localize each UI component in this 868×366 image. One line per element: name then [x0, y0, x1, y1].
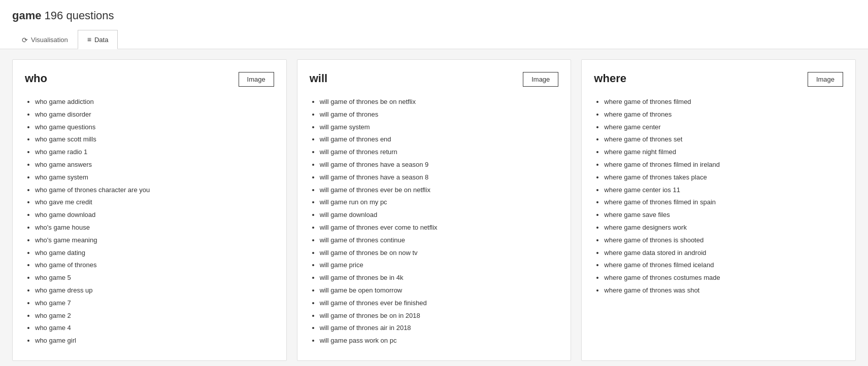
list-item: who's game meaning	[35, 235, 274, 246]
list-item: will game pass work on pc	[320, 336, 559, 346]
tab-data-label: Data	[94, 36, 108, 44]
list-item: who game radio 1	[35, 147, 274, 158]
page-title: game 196 questions	[12, 9, 856, 29]
list-item: where game of thrones costumes made	[604, 273, 843, 283]
list-item: where game night filmed	[604, 147, 843, 158]
list-item: will game of thrones be in 4k	[320, 273, 559, 283]
list-item: who game disorder	[35, 109, 274, 120]
list-item: who game 5	[35, 273, 274, 283]
list-item: who game 2	[35, 311, 274, 321]
list-item: who game dress up	[35, 285, 274, 296]
tab-visualisation[interactable]: ⟳ Visualisation	[12, 30, 78, 49]
card-title-who: who	[25, 72, 47, 85]
list-item: who game girl	[35, 336, 274, 346]
list-item: will game of thrones have a season 9	[320, 160, 559, 170]
list-item: will game of thrones be on netflix	[320, 97, 559, 107]
tab-bar: ⟳ Visualisation ≡ Data	[12, 29, 856, 49]
visualisation-icon: ⟳	[22, 36, 28, 44]
list-item: will game of thrones ever come to netfli…	[320, 223, 559, 233]
card-will: willImagewill game of thrones be on netf…	[297, 59, 572, 361]
list-item: where game of thrones set	[604, 134, 843, 145]
list-item: who game answers	[35, 160, 274, 170]
list-item: will game price	[320, 260, 559, 271]
list-item: who game system	[35, 172, 274, 183]
list-item: where game of thrones filmed in spain	[604, 197, 843, 208]
list-item: will game system	[320, 122, 559, 133]
list-item: will game of thrones end	[320, 134, 559, 145]
card-list-will: will game of thrones be on netflixwill g…	[310, 97, 559, 346]
card-where: whereImagewhere game of thrones filmedwh…	[581, 59, 856, 361]
card-who: whoImagewho game addictionwho game disor…	[12, 59, 287, 361]
card-title-will: will	[310, 72, 327, 85]
list-item: where game save files	[604, 210, 843, 221]
card-header-where: whereImage	[594, 72, 843, 87]
list-item: will game of thrones air in 2018	[320, 323, 559, 334]
list-item: where game of thrones was shot	[604, 285, 843, 296]
card-list-where: where game of thrones filmedwhere game o…	[594, 97, 843, 296]
data-icon: ≡	[87, 35, 91, 44]
list-item: who game addiction	[35, 97, 274, 107]
list-item: where game of thrones	[604, 109, 843, 120]
card-list-who: who game addictionwho game disorderwho g…	[25, 97, 274, 346]
image-button-who[interactable]: Image	[239, 72, 274, 87]
image-button-will[interactable]: Image	[523, 72, 558, 87]
list-item: who game 7	[35, 298, 274, 309]
list-item: where game data stored in android	[604, 248, 843, 259]
list-item: will game of thrones be on now tv	[320, 248, 559, 259]
list-item: will game of thrones ever be finished	[320, 298, 559, 309]
list-item: where game of thrones filmed	[604, 97, 843, 107]
list-item: who's game house	[35, 223, 274, 233]
page-title-bold: game	[12, 9, 41, 22]
list-item: will game of thrones continue	[320, 235, 559, 246]
list-item: will game of thrones	[320, 109, 559, 120]
card-title-where: where	[594, 72, 626, 85]
list-item: will game of thrones ever be on netflix	[320, 185, 559, 196]
list-item: where game center ios 11	[604, 185, 843, 196]
header: game 196 questions ⟳ Visualisation ≡ Dat…	[0, 0, 868, 49]
main-content: whoImagewho game addictionwho game disor…	[0, 49, 868, 366]
page-title-rest: 196 questions	[41, 9, 114, 22]
list-item: who game scott mills	[35, 134, 274, 145]
list-item: who game questions	[35, 122, 274, 133]
list-item: who game of thrones	[35, 260, 274, 271]
list-item: will game of thrones have a season 8	[320, 172, 559, 183]
list-item: who game of thrones character are you	[35, 185, 274, 196]
list-item: where game of thrones is shooted	[604, 235, 843, 246]
list-item: where game of thrones takes place	[604, 172, 843, 183]
list-item: where game of thrones filmed in ireland	[604, 160, 843, 170]
card-header-will: willImage	[310, 72, 559, 87]
tab-data[interactable]: ≡ Data	[78, 30, 118, 49]
image-button-where[interactable]: Image	[808, 72, 843, 87]
list-item: who game download	[35, 210, 274, 221]
list-item: where game center	[604, 122, 843, 133]
list-item: will game download	[320, 210, 559, 221]
tab-visualisation-label: Visualisation	[31, 36, 68, 44]
list-item: will game of thrones return	[320, 147, 559, 158]
card-header-who: whoImage	[25, 72, 274, 87]
list-item: who game 4	[35, 323, 274, 334]
list-item: who game dating	[35, 248, 274, 259]
list-item: will game run on my pc	[320, 197, 559, 208]
list-item: where game of thrones filmed iceland	[604, 260, 843, 271]
list-item: where game designers work	[604, 223, 843, 233]
cards-container: whoImagewho game addictionwho game disor…	[12, 59, 856, 361]
list-item: who gave me credit	[35, 197, 274, 208]
list-item: will game be open tomorrow	[320, 285, 559, 296]
list-item: will game of thrones be on in 2018	[320, 311, 559, 321]
